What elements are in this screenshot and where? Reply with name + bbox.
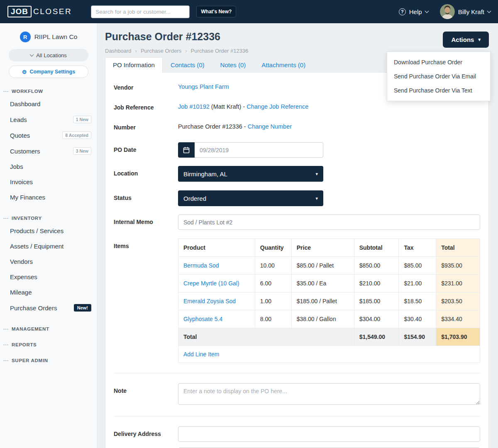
item-quantity: 10.00: [255, 257, 291, 275]
tab-attachments[interactable]: Attachments (0): [254, 57, 313, 72]
sidebar-item-mileage[interactable]: Mileage: [0, 285, 97, 300]
section-dash: [3, 91, 8, 92]
sidebar-item-dashboard[interactable]: Dashboard: [0, 96, 97, 112]
item-row: Emerald Zoysia Sod 1.00 $185.00 / Pallet…: [178, 292, 480, 310]
tab-po-information[interactable]: PO Information: [105, 57, 163, 73]
vendor-label: Vendor: [114, 83, 178, 91]
search-input[interactable]: [91, 5, 190, 18]
sidebar-item-label: Leads: [10, 116, 27, 123]
sidebar-item-products-services[interactable]: Products / Services: [0, 223, 97, 239]
tab-contacts[interactable]: Contacts (0): [163, 57, 212, 72]
internal-memo-input[interactable]: [178, 214, 480, 230]
sidebar-section-management[interactable]: MANAGEMENT: [0, 326, 97, 331]
item-subtotal: $850.00: [354, 257, 399, 275]
sidebar-item-label: Assets / Equipment: [10, 243, 63, 250]
sidebar-item-quotes[interactable]: Quotes 8 Accepted: [0, 127, 97, 143]
breadcrumb-dashboard[interactable]: Dashboard: [105, 48, 132, 54]
sidebar-item-invoices[interactable]: Invoices: [0, 174, 97, 190]
help-menu[interactable]: ? Help: [399, 8, 428, 15]
product-link[interactable]: Emerald Zoysia Sod: [183, 298, 236, 304]
product-link[interactable]: Crepe Myrtle (10 Gal): [183, 280, 239, 287]
add-line-item-row: Add Line Item: [178, 346, 480, 363]
status-selected-value: Ordered: [183, 195, 206, 202]
sidebar-item-vendors[interactable]: Vendors: [0, 254, 97, 269]
breadcrumb-current: Purchase Order #12336: [191, 48, 249, 54]
delivery-address-line1-input[interactable]: [178, 426, 480, 442]
status-select[interactable]: Ordered ▾: [178, 190, 323, 206]
item-total: $334.40: [436, 310, 480, 328]
whats-new-button[interactable]: What's New?: [196, 6, 236, 17]
logo-job-text: JOB: [7, 6, 32, 17]
item-quantity: 6.00: [255, 275, 291, 292]
sidebar-section-super-admin[interactable]: SUPER ADMIN: [0, 358, 97, 363]
sidebar-item-leads[interactable]: Leads 1 New: [0, 112, 97, 127]
breadcrumb-purchase-orders[interactable]: Purchase Orders: [141, 48, 181, 54]
chevron-down-icon: [487, 9, 491, 13]
items-table: Product Quantity Price Subtotal Tax Tota…: [178, 239, 480, 363]
form-row-location: Location Birmingham, AL ▾: [114, 166, 480, 182]
po-number-text: Purchase Order #12336 -: [178, 123, 246, 130]
total-grand: $1,703.90: [436, 328, 480, 346]
sidebar-item-jobs[interactable]: Jobs: [0, 159, 97, 174]
section-dash: [3, 329, 8, 329]
sidebar-item-assets-equipment[interactable]: Assets / Equipment: [0, 239, 97, 254]
sidebar-item-label: My Finances: [10, 194, 45, 201]
top-navbar: JOB CLOSER What's New? ? Help: [0, 0, 498, 23]
logo-closer-text: CLOSER: [33, 7, 72, 16]
company-settings-label: Company Settings: [29, 69, 75, 75]
item-subtotal: $185.00: [354, 292, 399, 310]
item-price: $38.00 / Gallon: [291, 310, 354, 328]
po-information-panel: Vendor Youngs Plant Farm Job Reference J…: [105, 72, 489, 448]
add-line-item-link[interactable]: Add Line Item: [183, 351, 219, 358]
sidebar-item-customers[interactable]: Customers 3 New: [0, 143, 97, 159]
sidebar-section-workflow[interactable]: WORKFLOW: [0, 89, 97, 94]
delivery-address-label: Delivery Address: [114, 426, 178, 437]
menu-item-download-po[interactable]: Download Purchase Order: [387, 55, 490, 69]
po-note-textarea[interactable]: [178, 383, 480, 405]
menu-item-send-po-text[interactable]: Send Purchase Order Via Text: [387, 83, 490, 97]
menu-item-send-po-email[interactable]: Send Purchase Order Via Email: [387, 69, 490, 83]
section-dash: [3, 218, 8, 219]
sidebar-section-inventory[interactable]: INVENTORY: [0, 216, 97, 221]
sidebar-item-expenses[interactable]: Expenses: [0, 269, 97, 285]
product-link[interactable]: Bermuda Sod: [183, 262, 219, 269]
sidebar-item-label: Products / Services: [10, 227, 63, 234]
internal-memo-label: Internal Memo: [114, 214, 178, 225]
app-logo[interactable]: JOB CLOSER: [7, 6, 72, 17]
tab-notes[interactable]: Notes (0): [212, 57, 254, 72]
new-badge: New!: [74, 304, 91, 312]
breadcrumb-separator: ›: [135, 48, 137, 54]
change-job-reference-link[interactable]: Change Job Reference: [247, 103, 308, 110]
item-quantity: 1.00: [255, 292, 291, 310]
section-divider: [114, 373, 480, 373]
company-settings-button[interactable]: ⚙ Company Settings: [9, 66, 88, 78]
help-label: Help: [409, 8, 422, 15]
form-row-internal-memo: Internal Memo: [114, 214, 480, 230]
calendar-button[interactable]: [178, 142, 195, 158]
user-menu[interactable]: Billy Kraft: [440, 4, 491, 19]
sidebar-item-purchase-orders[interactable]: Purchase Orders New!: [0, 300, 97, 316]
page-title: Purchase Order #12336: [105, 31, 248, 43]
form-row-po-date: PO Date: [114, 142, 480, 158]
sidebar-section-reports[interactable]: REPORTS: [0, 342, 97, 347]
main-content: Purchase Order #12336 Dashboard › Purcha…: [98, 23, 498, 448]
col-total: Total: [436, 239, 480, 257]
location-select[interactable]: Birmingham, AL ▾: [178, 166, 323, 182]
product-link[interactable]: Glyphosate 5.4: [183, 316, 222, 322]
all-locations-dropdown[interactable]: All Locations: [9, 49, 88, 61]
sidebar-item-label: Customers: [10, 148, 40, 155]
vendor-link[interactable]: Youngs Plant Farm: [178, 83, 229, 90]
user-name: Billy Kraft: [458, 8, 484, 15]
company-switcher[interactable]: R RIIPL Lawn Co: [0, 32, 97, 42]
location-label: Location: [114, 166, 178, 177]
sidebar-item-my-finances[interactable]: My Finances: [0, 190, 97, 205]
quotes-count-badge: 8 Accepted: [62, 131, 91, 139]
change-number-link[interactable]: Change Number: [248, 123, 292, 130]
item-subtotal: $210.00: [354, 275, 399, 292]
item-total: $231.00: [436, 275, 480, 292]
po-date-input[interactable]: [195, 142, 323, 158]
section-dash: [3, 360, 8, 361]
all-locations-label: All Locations: [36, 52, 67, 58]
job-link[interactable]: Job #10192: [178, 103, 210, 110]
actions-button[interactable]: Actions ▾: [443, 32, 489, 48]
